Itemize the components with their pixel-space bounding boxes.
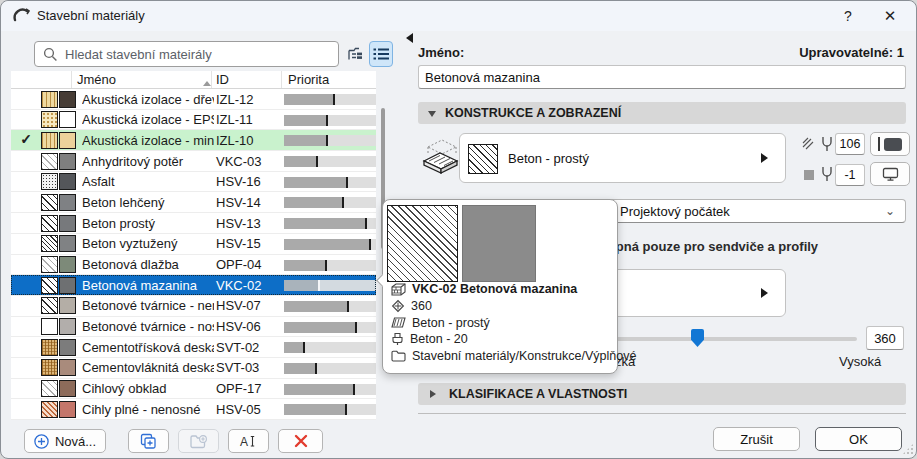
rename-button[interactable]: A	[228, 429, 269, 453]
priority-diamond-icon	[391, 299, 405, 313]
priority-bar	[284, 363, 376, 374]
priority-value-field[interactable]	[866, 326, 904, 350]
surface-color-swatch	[59, 173, 76, 190]
brick-icon	[391, 282, 406, 296]
table-row[interactable]: Cementotřísková deska SVT-02	[11, 337, 376, 358]
ok-button[interactable]: OK	[815, 427, 902, 451]
table-row[interactable]: Beton prostý HSV-13	[11, 213, 376, 234]
priority-bar	[284, 177, 376, 188]
section-construction-header[interactable]: KONSTRUKCE A ZOBRAZENÍ	[418, 102, 906, 124]
app-icon	[13, 7, 31, 25]
column-separator	[281, 71, 282, 88]
table-row[interactable]: Beton lehčený HSV-14	[11, 192, 376, 213]
new-material-label: Nová...	[55, 434, 96, 449]
column-separator	[71, 71, 72, 88]
cut-pen-color-button[interactable]	[870, 132, 910, 156]
priority-bar-fill	[284, 239, 370, 250]
rename-icon: A	[239, 434, 258, 449]
background-pen-field[interactable]	[835, 164, 865, 186]
tooltip-priority-line: 360	[391, 299, 432, 313]
tree-view-button[interactable]	[344, 41, 368, 67]
material-id: SVT-02	[216, 340, 278, 355]
monitor-icon	[882, 167, 899, 182]
surface-color-swatch	[59, 235, 76, 252]
table-row[interactable]: Cementovláknitá deska SVT-03	[11, 358, 376, 379]
material-id: HSV-14	[216, 195, 278, 210]
column-header-name[interactable]: Jméno	[77, 72, 116, 87]
tooltip-fill-line: Beton - prostý	[391, 316, 490, 330]
help-button[interactable]: ?	[833, 5, 863, 27]
new-material-button[interactable]: Nová...	[24, 429, 106, 453]
materials-table: Jméno ID Priorita Akustická izolace - dř…	[11, 71, 376, 420]
cut-fill-button[interactable]: Beton - prostý	[459, 133, 786, 183]
table-row[interactable]: Akustická izolace - dřevov... IZL-12	[11, 89, 376, 110]
folder-plus-icon	[190, 434, 208, 449]
tooltip-fill-swatch	[387, 205, 458, 282]
close-button[interactable]: ✕	[875, 5, 905, 27]
material-name-input[interactable]	[418, 65, 906, 89]
panel-collapse-arrow[interactable]	[401, 33, 413, 43]
priority-bar	[284, 404, 376, 415]
cut-pattern-swatch	[41, 401, 58, 418]
screen-only-button[interactable]	[870, 162, 910, 186]
section-classification-header[interactable]: KLASIFIKACE A VLASTNOSTI	[418, 383, 906, 405]
material-tooltip: VKC-02 Betonová mazanina 360 Beton - pro…	[382, 199, 618, 374]
cut-pattern-swatch	[41, 215, 58, 232]
table-row[interactable]: Cihlový obklad OPF-17	[11, 379, 376, 400]
section-classification-label: KLASIFIKACE A VLASTNOSTI	[449, 387, 627, 401]
table-row[interactable]: Betonové tvárnice - nenos... HSV-07	[11, 296, 376, 317]
material-id: HSV-16	[216, 174, 278, 189]
table-row[interactable]: Betonová mazanina VKC-02	[11, 275, 376, 296]
fill-pattern-icon	[391, 316, 406, 329]
table-row[interactable]: Anhydritový potěr VKC-03	[11, 151, 376, 172]
cut-pattern-swatch	[41, 380, 58, 397]
table-row[interactable]: ✓ Akustická izolace - minerá... IZL-10	[11, 130, 376, 151]
table-header[interactable]: Jméno ID Priorita	[11, 71, 376, 89]
material-id: IZL-10	[216, 133, 278, 148]
svg-text:A: A	[240, 435, 248, 449]
table-row[interactable]: Cihly plné - nenosné HSV-05	[11, 399, 376, 420]
material-id: HSV-06	[216, 319, 278, 334]
material-id: VKC-03	[216, 154, 278, 169]
cut-pattern-swatch	[41, 339, 58, 356]
table-row[interactable]: Betonová dlažba OPF-04	[11, 255, 376, 276]
arrow-right-icon	[761, 288, 773, 298]
cut-pattern-swatch	[41, 318, 58, 335]
material-id: HSV-07	[216, 298, 278, 313]
plus-circle-icon	[34, 434, 49, 449]
material-name: Cihly plné - nenosné	[82, 402, 214, 417]
cut-pattern-swatch	[41, 297, 58, 314]
pen-weight-bar	[878, 137, 880, 151]
cancel-button[interactable]: Zrušit	[713, 427, 800, 451]
table-row[interactable]: Asfalt HSV-16	[11, 172, 376, 193]
cut-pen-field[interactable]	[835, 133, 865, 155]
priority-bar-marker	[303, 342, 305, 353]
priority-slider-thumb[interactable]	[691, 329, 704, 347]
name-label: Jméno:	[418, 45, 464, 60]
material-id: IZL-11	[216, 112, 278, 127]
list-view-button[interactable]	[369, 41, 393, 67]
cut-pattern-swatch	[41, 235, 58, 252]
surface-color-swatch	[59, 111, 76, 128]
fill-orientation-value: Projektový počátek	[620, 204, 730, 219]
table-row[interactable]: Betonové tvárnice - nosné HSV-06	[11, 317, 376, 338]
duplicate-button[interactable]	[128, 429, 169, 453]
priority-bar-fill	[284, 322, 356, 333]
search-input[interactable]: Hledat stavební mateirály	[34, 41, 339, 67]
resize-grip[interactable]	[902, 443, 914, 455]
priority-bar-marker	[346, 177, 348, 188]
new-folder-button-disabled	[178, 429, 219, 453]
priority-bar	[284, 94, 376, 105]
dialog-title: Stavební materiály	[37, 8, 145, 23]
title-bar[interactable]: Stavební materiály ? ✕	[1, 1, 916, 31]
material-name: Beton lehčený	[82, 195, 214, 210]
cut-pattern-swatch	[41, 277, 58, 294]
chevron-down-icon	[428, 111, 436, 121]
tooltip-surface-line: Beton - 20	[391, 332, 468, 346]
table-row[interactable]: Beton vyztužený HSV-15	[11, 234, 376, 255]
table-row[interactable]: Akustická izolace - EPS IZL-11	[11, 110, 376, 131]
column-header-priority[interactable]: Priorita	[288, 72, 329, 87]
column-header-id[interactable]: ID	[216, 72, 229, 87]
delete-button[interactable]	[278, 429, 323, 453]
priority-bar-marker	[326, 135, 328, 146]
